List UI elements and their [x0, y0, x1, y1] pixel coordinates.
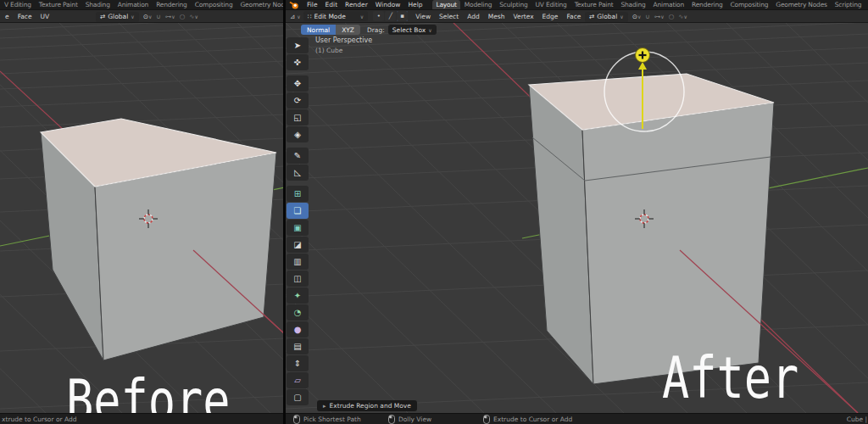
tool-spin[interactable]: ◔: [287, 304, 309, 321]
menu-render[interactable]: Render: [345, 1, 368, 8]
workspace-tab-texture-paint[interactable]: Texture Paint: [571, 0, 617, 9]
menu-select[interactable]: Select: [439, 13, 459, 20]
viewport-3d-before[interactable]: Before: [0, 23, 283, 413]
tool-rip-region[interactable]: ▢: [287, 389, 309, 405]
snap-target-dropdown[interactable]: ⊶∨: [654, 13, 665, 20]
workspace-tab-texture-paint[interactable]: Texture Paint: [36, 0, 81, 9]
chevron-down-icon: ∨: [148, 14, 152, 20]
tool-rotate[interactable]: ⟳: [287, 92, 309, 109]
snap-magnet-icon[interactable]: ∪: [156, 13, 161, 20]
menu-face[interactable]: Face: [566, 13, 581, 20]
mode-dropdown[interactable]: ∷ Edit Mode ∨: [303, 11, 369, 21]
select-box-icon: ➤: [294, 41, 301, 50]
cube-before[interactable]: [41, 119, 276, 360]
transform-orientation-dropdown[interactable]: ⇄ Global ∨: [96, 12, 139, 22]
tool-knife[interactable]: ◫: [287, 271, 309, 287]
menu-face[interactable]: Face: [18, 13, 32, 20]
workspace-tab-compositing[interactable]: Compositing: [192, 0, 236, 9]
tool-add-cube[interactable]: ⊞: [287, 186, 309, 202]
active-object: (1) Cube: [315, 46, 372, 56]
workspace-tab-scripting[interactable]: Scripting: [832, 0, 865, 9]
menu-vertex[interactable]: Vertex: [513, 13, 533, 20]
snap-magnet-icon[interactable]: ∪: [645, 13, 650, 20]
vertex-select-button[interactable]: •: [373, 11, 384, 21]
blender-logo-icon[interactable]: [289, 1, 299, 9]
drag-label: Drag:: [367, 26, 385, 34]
menu-uv[interactable]: UV: [41, 13, 50, 20]
workspace-tab-animation[interactable]: Animation: [650, 0, 687, 9]
menu-window[interactable]: Window: [376, 1, 401, 8]
orientation-option-normal[interactable]: Normal: [301, 25, 336, 35]
proportional-editing-icon[interactable]: ○: [669, 13, 675, 20]
tool-cursor[interactable]: ✜: [287, 54, 309, 70]
workspace-tab-sculpting[interactable]: Sculpting: [496, 0, 531, 9]
workspace-tab-layout[interactable]: Layout: [432, 0, 459, 9]
workspace-tab-geometry-nodes[interactable]: Geometry Nodes: [772, 0, 830, 9]
tool-extrude-region[interactable]: ❏: [287, 203, 309, 219]
cube-after[interactable]: [529, 74, 774, 384]
tool-move[interactable]: ✥: [287, 75, 309, 92]
tool-transform[interactable]: ◈: [287, 126, 309, 142]
cursor-icon: ✜: [294, 58, 301, 67]
transform-orientation-dropdown[interactable]: ⇄ Global ∨: [585, 12, 628, 22]
workspace-tab-rendering[interactable]: Rendering: [153, 0, 191, 9]
drag-mode-dropdown[interactable]: Select Box ∨: [388, 25, 437, 35]
face-select-button[interactable]: ▪: [397, 11, 408, 21]
tool-annotate[interactable]: ✎: [287, 148, 309, 164]
pivot-point-dropdown[interactable]: ⊙∨: [632, 13, 642, 20]
workspace-tab-uv-editing[interactable]: UV Editing: [532, 0, 570, 9]
operator-panel[interactable]: ▸ Extrude Region and Move: [317, 400, 417, 411]
viewport-3d-after[interactable]: ➤✜✥⟳◱◈✎◺⊞❏▣◪▥◫✦◔●▤⇕▱▢ Normal XYZ Drag: S…: [286, 23, 868, 413]
shrink-fatten-icon: ⇕: [294, 359, 301, 368]
status-hint: Extrude to Cursor or Add: [483, 414, 572, 424]
tool-edge-slide[interactable]: ▤: [287, 338, 309, 354]
tool-measure[interactable]: ◺: [287, 165, 309, 181]
menu-e[interactable]: e: [5, 13, 9, 20]
workspace-tab-modeling[interactable]: Modeling: [461, 0, 496, 9]
workspace-tab-v-editing[interactable]: V Editing: [1, 0, 35, 9]
orientation-option-xyz[interactable]: XYZ: [336, 25, 360, 35]
blender-window-before: V EditingTexture PaintShadingAnimationRe…: [0, 0, 283, 424]
cube-front-face[interactable]: [95, 153, 276, 360]
workspace-tab-geometry-nodes[interactable]: Geometry Nodes: [236, 0, 283, 9]
pivot-point-dropdown[interactable]: ⊙∨: [143, 13, 153, 20]
falloff-dropdown[interactable]: ∿∨: [678, 13, 687, 20]
status-hint-label: Dolly View: [398, 416, 431, 423]
proportional-editing-icon[interactable]: ○: [180, 13, 186, 20]
menu-edit[interactable]: Edit: [326, 1, 338, 8]
tool-poly-build[interactable]: ✦: [287, 287, 309, 304]
menu-mesh[interactable]: Mesh: [488, 13, 505, 20]
workspace-tab-shading[interactable]: Shading: [82, 0, 114, 9]
menu-help[interactable]: Help: [408, 1, 422, 8]
snap-target-dropdown[interactable]: ⊶∨: [165, 13, 175, 20]
cube-front-face[interactable]: [582, 103, 774, 384]
topbar: FileEditRenderWindowHelp LayoutModelingS…: [286, 0, 868, 10]
tool-smooth[interactable]: ●: [287, 321, 309, 338]
editor-type-dropdown[interactable]: ⊿ ∨: [287, 13, 301, 20]
menu-file[interactable]: File: [307, 1, 318, 8]
extrude-region-icon: ❏: [294, 206, 302, 215]
workspace-tab-animation[interactable]: Animation: [114, 0, 152, 9]
tool-shrink-fatten[interactable]: ⇕: [287, 355, 309, 371]
workspace-tab-rendering[interactable]: Rendering: [688, 0, 726, 9]
tool-select-box[interactable]: ➤: [287, 37, 309, 53]
tool-shear[interactable]: ▱: [287, 372, 309, 388]
tool-inset-faces[interactable]: ▣: [287, 220, 309, 236]
viewport-overlay-text: User Perspective (1) Cube: [315, 36, 372, 56]
viewport-menus: ViewSelectAddMeshVertexEdgeFaceUV: [410, 13, 598, 20]
falloff-dropdown[interactable]: ∿∨: [189, 13, 198, 20]
menu-edge[interactable]: Edge: [542, 13, 559, 20]
workspace-tab-compositing[interactable]: Compositing: [727, 0, 772, 9]
tool-loop-cut[interactable]: ▥: [287, 254, 309, 270]
menu-view[interactable]: View: [415, 13, 431, 20]
workspace-tabs: V EditingTexture PaintShadingAnimationRe…: [0, 0, 283, 9]
menu-add[interactable]: Add: [467, 13, 480, 20]
edge-select-icon: ╱: [385, 11, 396, 21]
tool-bevel[interactable]: ◪: [287, 237, 309, 253]
edge-select-button[interactable]: ╱: [385, 11, 396, 21]
statusbar: xtrude to Cursor or Add: [0, 413, 283, 424]
chevron-down-icon: ∨: [620, 14, 623, 20]
tool-scale[interactable]: ◱: [287, 109, 309, 126]
workspace-tab-shading[interactable]: Shading: [618, 0, 649, 9]
rotate-icon: ⟳: [294, 96, 301, 105]
